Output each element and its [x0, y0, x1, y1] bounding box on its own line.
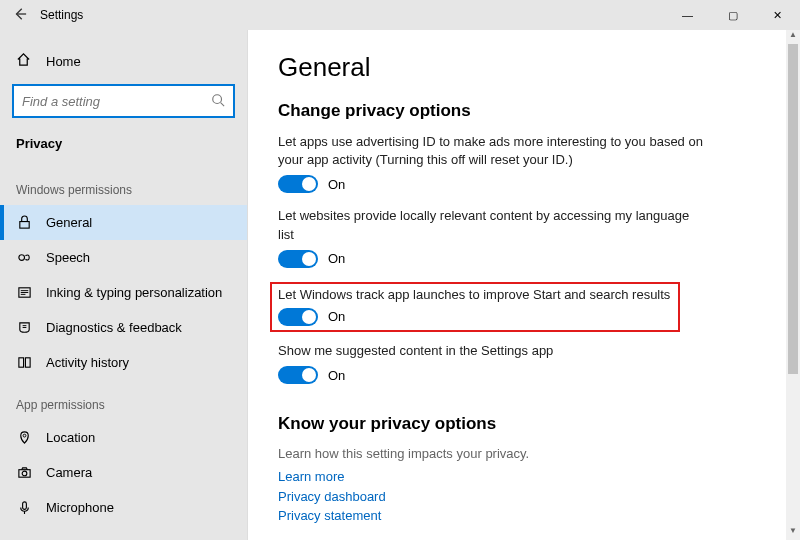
- svg-rect-9: [22, 502, 26, 510]
- sidebar-item-microphone[interactable]: Microphone: [0, 490, 247, 525]
- sidebar-item-label: Speech: [46, 250, 90, 265]
- svg-point-0: [213, 94, 222, 103]
- sidebar: Home Privacy Windows permissions General…: [0, 30, 248, 540]
- toggle-track-app-launches[interactable]: [278, 308, 318, 326]
- search-box[interactable]: [12, 84, 235, 118]
- svg-rect-1: [19, 222, 28, 229]
- sidebar-item-label: Location: [46, 430, 95, 445]
- sidebar-item-activity[interactable]: Activity history: [0, 345, 247, 380]
- scroll-down-arrow-icon[interactable]: ▼: [786, 526, 800, 540]
- titlebar: Settings — ▢ ✕: [0, 0, 800, 30]
- minimize-icon: —: [682, 9, 693, 21]
- category-label: Privacy: [0, 132, 247, 165]
- toggle-state: On: [328, 251, 345, 266]
- activity-icon: [16, 355, 32, 370]
- sidebar-item-label: Diagnostics & feedback: [46, 320, 182, 335]
- search-icon: [211, 93, 225, 110]
- option-label: Let apps use advertising ID to make ads …: [278, 133, 708, 169]
- home-icon: [16, 52, 32, 70]
- option-label: Let websites provide locally relevant co…: [278, 207, 708, 243]
- sidebar-item-label: General: [46, 215, 92, 230]
- minimize-button[interactable]: —: [665, 0, 710, 30]
- svg-rect-4: [18, 358, 23, 367]
- search-input[interactable]: [22, 94, 211, 109]
- section-subtext: Learn how this setting impacts your priv…: [278, 446, 770, 461]
- diagnostics-icon: [16, 320, 32, 335]
- sidebar-item-label: Camera: [46, 465, 92, 480]
- toggle-state: On: [328, 309, 345, 324]
- option-language-list: Let websites provide locally relevant co…: [278, 207, 770, 267]
- link-learn-more[interactable]: Learn more: [278, 467, 770, 487]
- close-icon: ✕: [773, 9, 782, 22]
- sidebar-item-general[interactable]: General: [0, 205, 247, 240]
- inking-icon: [16, 285, 32, 300]
- speech-icon: [16, 250, 32, 265]
- sidebar-item-label: Microphone: [46, 500, 114, 515]
- sidebar-item-location[interactable]: Location: [0, 420, 247, 455]
- arrow-left-icon: [13, 7, 27, 21]
- sidebar-item-inking[interactable]: Inking & typing personalization: [0, 275, 247, 310]
- sidebar-item-label: Inking & typing personalization: [46, 285, 222, 300]
- window-controls: — ▢ ✕: [665, 0, 800, 30]
- option-advertising-id: Let apps use advertising ID to make ads …: [278, 133, 770, 193]
- close-button[interactable]: ✕: [755, 0, 800, 30]
- location-icon: [16, 430, 32, 445]
- svg-rect-5: [25, 358, 30, 367]
- toggle-suggested-content[interactable]: [278, 366, 318, 384]
- back-button[interactable]: [0, 7, 40, 24]
- link-privacy-dashboard[interactable]: Privacy dashboard: [278, 487, 770, 507]
- lock-icon: [16, 215, 32, 230]
- sidebar-item-camera[interactable]: Camera: [0, 455, 247, 490]
- maximize-icon: ▢: [728, 9, 738, 22]
- option-suggested-content: Show me suggested content in the Setting…: [278, 342, 770, 384]
- scrollbar[interactable]: ▲ ▼: [786, 30, 800, 540]
- sidebar-item-label: Activity history: [46, 355, 129, 370]
- svg-point-2: [18, 255, 24, 261]
- link-privacy-statement[interactable]: Privacy statement: [278, 506, 770, 526]
- toggle-language-list[interactable]: [278, 250, 318, 268]
- toggle-advertising-id[interactable]: [278, 175, 318, 193]
- home-label: Home: [46, 54, 81, 69]
- option-label: Show me suggested content in the Setting…: [278, 342, 708, 360]
- toggle-state: On: [328, 368, 345, 383]
- sidebar-item-speech[interactable]: Speech: [0, 240, 247, 275]
- microphone-icon: [16, 500, 32, 515]
- home-button[interactable]: Home: [0, 46, 247, 84]
- window-title: Settings: [40, 8, 83, 22]
- highlighted-option-box: Let Windows track app launches to improv…: [270, 282, 680, 332]
- toggle-state: On: [328, 177, 345, 192]
- section-header-app-permissions: App permissions: [0, 380, 247, 420]
- page-heading: General: [278, 52, 770, 83]
- option-label: Let Windows track app launches to improv…: [278, 286, 672, 304]
- section-know-privacy: Know your privacy options: [278, 414, 770, 434]
- section-header-windows-permissions: Windows permissions: [0, 165, 247, 205]
- scroll-up-arrow-icon[interactable]: ▲: [786, 30, 800, 44]
- svg-point-6: [23, 434, 26, 437]
- section-change-privacy: Change privacy options: [278, 101, 770, 121]
- sidebar-item-diagnostics[interactable]: Diagnostics & feedback: [0, 310, 247, 345]
- content-area: General Change privacy options Let apps …: [248, 30, 800, 540]
- svg-point-8: [22, 471, 27, 476]
- app-body: Home Privacy Windows permissions General…: [0, 30, 800, 540]
- camera-icon: [16, 465, 32, 480]
- scrollbar-thumb[interactable]: [788, 44, 798, 374]
- maximize-button[interactable]: ▢: [710, 0, 755, 30]
